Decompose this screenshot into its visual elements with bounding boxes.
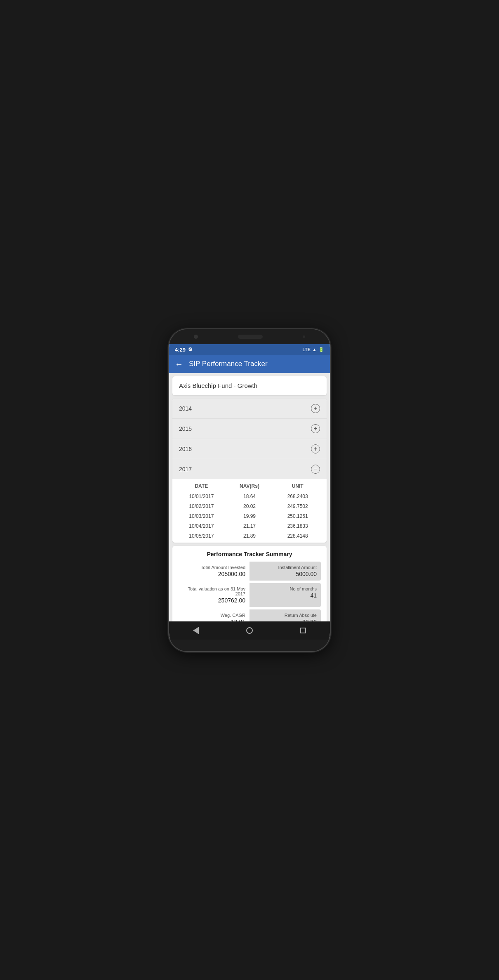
row3-date: 10/03/2017	[177, 513, 226, 519]
status-time: 4:29	[175, 347, 186, 353]
accordion-header-2015[interactable]: 2015 +	[172, 419, 327, 439]
accordion-header-2014[interactable]: 2014 +	[172, 399, 327, 418]
sensor-dot	[303, 335, 305, 338]
gear-icon: ⚙	[188, 347, 193, 352]
app-bar-title: SIP Performance Tracker	[189, 360, 268, 368]
table-row: 10/03/2017 19.99 250.1251	[172, 511, 327, 521]
return-label: Return Absolute	[254, 613, 317, 618]
total-invested-label: Total Amount Invested	[182, 565, 245, 570]
col-unit-header: UNIT	[273, 483, 322, 489]
return-value: 22.32	[254, 619, 317, 621]
row2-unit: 249.7502	[273, 503, 322, 509]
table-header: DATE NAV(Rs) UNIT	[172, 481, 327, 491]
year-label-2016: 2016	[179, 446, 192, 452]
status-right: LTE ▲ 🔋	[302, 347, 324, 352]
phone-bottom-bar	[169, 640, 330, 651]
status-left: 4:29 ⚙	[175, 347, 193, 353]
speaker-grille	[238, 335, 263, 339]
summary-card: Performance Tracker Summary Total Amount…	[172, 546, 327, 621]
total-invested-value: 205000.00	[182, 571, 245, 577]
battery-icon: 🔋	[318, 347, 324, 352]
accordion-item-2016: 2016 +	[172, 439, 327, 459]
accordion-item-2017: 2017 − DATE NAV(Rs) UNIT 10/01	[172, 459, 327, 543]
valuation-label: Total valuation as on 31 May 2017	[182, 586, 245, 596]
phone-screen: 4:29 ⚙ LTE ▲ 🔋 ← SIP Performance Tracker…	[169, 344, 330, 640]
row1-unit: 268.2403	[273, 494, 322, 499]
recents-nav-button[interactable]	[300, 628, 306, 633]
network-label: LTE	[302, 347, 311, 352]
back-button[interactable]: ←	[175, 359, 183, 369]
expand-icon-2016: +	[311, 444, 320, 453]
total-invested-cell: Total Amount Invested 205000.00	[178, 562, 250, 581]
months-value: 41	[254, 592, 317, 599]
bottom-nav	[169, 621, 330, 640]
accordion-header-2017[interactable]: 2017 −	[172, 459, 327, 479]
accordion-header-2016[interactable]: 2016 +	[172, 439, 327, 459]
cagr-label: Weg. CAGR	[182, 613, 245, 618]
signal-icon: ▲	[312, 347, 317, 352]
valuation-cell: Total valuation as on 31 May 2017 250762…	[178, 583, 250, 607]
fund-name: Axis Bluechip Fund - Growth	[179, 382, 257, 389]
row4-unit: 236.1833	[273, 523, 322, 529]
home-nav-button[interactable]	[246, 627, 253, 634]
expand-icon-2015: +	[311, 424, 320, 433]
phone-shell: 4:29 ⚙ LTE ▲ 🔋 ← SIP Performance Tracker…	[169, 329, 330, 651]
row4-nav: 21.17	[226, 523, 274, 529]
table-row: 10/05/2017 21.89 228.4148	[172, 531, 327, 541]
row4-date: 10/04/2017	[177, 523, 226, 529]
col-date-header: DATE	[177, 483, 226, 489]
fund-name-card: Axis Bluechip Fund - Growth	[172, 376, 327, 395]
months-label: No of months	[254, 586, 317, 591]
expand-icon-2014: +	[311, 404, 320, 413]
installment-cell: Installment Amount 5000.00	[250, 562, 321, 581]
table-row: 10/02/2017 20.02 249.7502	[172, 501, 327, 511]
content-area: Axis Bluechip Fund - Growth 2014 +	[169, 373, 330, 621]
row5-date: 10/05/2017	[177, 533, 226, 539]
summary-title: Performance Tracker Summary	[178, 551, 321, 557]
row5-nav: 21.89	[226, 533, 274, 539]
phone-top-bar	[169, 329, 330, 344]
year-accordion: 2014 + 2015 +	[172, 399, 327, 543]
app-bar: ← SIP Performance Tracker	[169, 355, 330, 373]
summary-row-3: Weg. CAGR 12.01 Return Absolute 22.32	[178, 609, 321, 621]
summary-row-1: Total Amount Invested 205000.00 Installm…	[178, 562, 321, 581]
row2-date: 10/02/2017	[177, 503, 226, 509]
valuation-value: 250762.00	[182, 597, 245, 604]
row1-nav: 18.64	[226, 494, 274, 499]
months-cell: No of months 41	[250, 583, 321, 607]
year-label-2015: 2015	[179, 425, 192, 432]
row1-date: 10/01/2017	[177, 494, 226, 499]
collapse-icon-2017: −	[311, 465, 320, 474]
table-row: 10/01/2017 18.64 268.2403	[172, 491, 327, 501]
year-label-2017: 2017	[179, 466, 192, 472]
year-label-2014: 2014	[179, 405, 192, 412]
accordion-item-2014: 2014 +	[172, 399, 327, 419]
return-cell: Return Absolute 22.32	[250, 609, 321, 621]
summary-row-2: Total valuation as on 31 May 2017 250762…	[178, 583, 321, 607]
row5-unit: 228.4148	[273, 533, 322, 539]
cagr-cell: Weg. CAGR 12.01	[178, 609, 250, 621]
table-2017: DATE NAV(Rs) UNIT 10/01/2017 18.64 268.2…	[172, 479, 327, 543]
installment-value: 5000.00	[254, 571, 317, 577]
installment-label: Installment Amount	[254, 565, 317, 570]
row3-nav: 19.99	[226, 513, 274, 519]
row2-nav: 20.02	[226, 503, 274, 509]
camera-dot	[194, 335, 198, 339]
status-bar: 4:29 ⚙ LTE ▲ 🔋	[169, 344, 330, 355]
row3-unit: 250.1251	[273, 513, 322, 519]
col-nav-header: NAV(Rs)	[226, 483, 274, 489]
accordion-item-2015: 2015 +	[172, 419, 327, 439]
cagr-value: 12.01	[182, 619, 245, 621]
back-nav-button[interactable]	[193, 627, 199, 634]
table-row: 10/04/2017 21.17 236.1833	[172, 521, 327, 531]
